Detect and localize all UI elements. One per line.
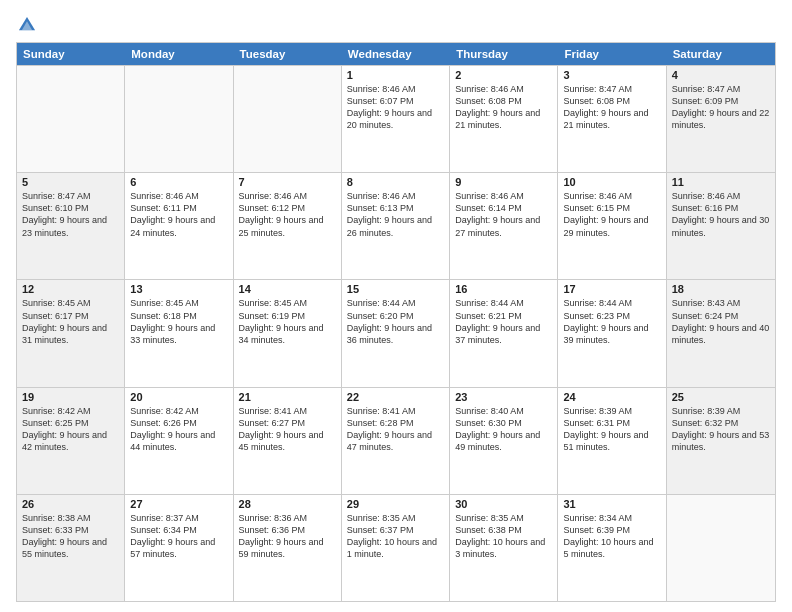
calendar-cell-27: 27Sunrise: 8:37 AM Sunset: 6:34 PM Dayli… [125,495,233,601]
day-number: 18 [672,283,770,295]
calendar-row-5: 26Sunrise: 8:38 AM Sunset: 6:33 PM Dayli… [17,494,775,601]
calendar-cell-31: 31Sunrise: 8:34 AM Sunset: 6:39 PM Dayli… [558,495,666,601]
cell-info: Sunrise: 8:41 AM Sunset: 6:27 PM Dayligh… [239,405,336,454]
calendar-cell-13: 13Sunrise: 8:45 AM Sunset: 6:18 PM Dayli… [125,280,233,386]
header-day-tuesday: Tuesday [234,43,342,65]
calendar-cell-21: 21Sunrise: 8:41 AM Sunset: 6:27 PM Dayli… [234,388,342,494]
cell-info: Sunrise: 8:47 AM Sunset: 6:09 PM Dayligh… [672,83,770,132]
day-number: 17 [563,283,660,295]
calendar-cell-4: 4Sunrise: 8:47 AM Sunset: 6:09 PM Daylig… [667,66,775,172]
cell-info: Sunrise: 8:44 AM Sunset: 6:21 PM Dayligh… [455,297,552,346]
cell-info: Sunrise: 8:37 AM Sunset: 6:34 PM Dayligh… [130,512,227,561]
calendar-row-1: 1Sunrise: 8:46 AM Sunset: 6:07 PM Daylig… [17,65,775,172]
calendar-body: 1Sunrise: 8:46 AM Sunset: 6:07 PM Daylig… [17,65,775,601]
cell-info: Sunrise: 8:39 AM Sunset: 6:32 PM Dayligh… [672,405,770,454]
cell-info: Sunrise: 8:46 AM Sunset: 6:12 PM Dayligh… [239,190,336,239]
calendar-cell-8: 8Sunrise: 8:46 AM Sunset: 6:13 PM Daylig… [342,173,450,279]
day-number: 14 [239,283,336,295]
calendar-cell-30: 30Sunrise: 8:35 AM Sunset: 6:38 PM Dayli… [450,495,558,601]
day-number: 2 [455,69,552,81]
cell-info: Sunrise: 8:42 AM Sunset: 6:26 PM Dayligh… [130,405,227,454]
calendar-cell-7: 7Sunrise: 8:46 AM Sunset: 6:12 PM Daylig… [234,173,342,279]
cell-info: Sunrise: 8:45 AM Sunset: 6:19 PM Dayligh… [239,297,336,346]
calendar-row-3: 12Sunrise: 8:45 AM Sunset: 6:17 PM Dayli… [17,279,775,386]
day-number: 15 [347,283,444,295]
cell-info: Sunrise: 8:41 AM Sunset: 6:28 PM Dayligh… [347,405,444,454]
calendar-cell-3: 3Sunrise: 8:47 AM Sunset: 6:08 PM Daylig… [558,66,666,172]
cell-info: Sunrise: 8:43 AM Sunset: 6:24 PM Dayligh… [672,297,770,346]
day-number: 31 [563,498,660,510]
calendar-cell-10: 10Sunrise: 8:46 AM Sunset: 6:15 PM Dayli… [558,173,666,279]
calendar-cell-6: 6Sunrise: 8:46 AM Sunset: 6:11 PM Daylig… [125,173,233,279]
cell-info: Sunrise: 8:42 AM Sunset: 6:25 PM Dayligh… [22,405,119,454]
day-number: 5 [22,176,119,188]
day-number: 16 [455,283,552,295]
calendar-cell-2: 2Sunrise: 8:46 AM Sunset: 6:08 PM Daylig… [450,66,558,172]
cell-info: Sunrise: 8:39 AM Sunset: 6:31 PM Dayligh… [563,405,660,454]
calendar-cell-19: 19Sunrise: 8:42 AM Sunset: 6:25 PM Dayli… [17,388,125,494]
day-number: 11 [672,176,770,188]
header [16,14,776,36]
calendar-cell-1: 1Sunrise: 8:46 AM Sunset: 6:07 PM Daylig… [342,66,450,172]
cell-info: Sunrise: 8:34 AM Sunset: 6:39 PM Dayligh… [563,512,660,561]
day-number: 8 [347,176,444,188]
day-number: 12 [22,283,119,295]
day-number: 28 [239,498,336,510]
calendar-cell-17: 17Sunrise: 8:44 AM Sunset: 6:23 PM Dayli… [558,280,666,386]
day-number: 26 [22,498,119,510]
cell-info: Sunrise: 8:47 AM Sunset: 6:08 PM Dayligh… [563,83,660,132]
header-day-monday: Monday [125,43,233,65]
day-number: 3 [563,69,660,81]
calendar-cell-25: 25Sunrise: 8:39 AM Sunset: 6:32 PM Dayli… [667,388,775,494]
header-day-saturday: Saturday [667,43,775,65]
day-number: 19 [22,391,119,403]
calendar: SundayMondayTuesdayWednesdayThursdayFrid… [16,42,776,602]
calendar-cell-16: 16Sunrise: 8:44 AM Sunset: 6:21 PM Dayli… [450,280,558,386]
calendar-cell-empty-0-1 [125,66,233,172]
cell-info: Sunrise: 8:46 AM Sunset: 6:07 PM Dayligh… [347,83,444,132]
day-number: 25 [672,391,770,403]
cell-info: Sunrise: 8:46 AM Sunset: 6:13 PM Dayligh… [347,190,444,239]
cell-info: Sunrise: 8:35 AM Sunset: 6:38 PM Dayligh… [455,512,552,561]
cell-info: Sunrise: 8:44 AM Sunset: 6:20 PM Dayligh… [347,297,444,346]
header-day-wednesday: Wednesday [342,43,450,65]
page: SundayMondayTuesdayWednesdayThursdayFrid… [0,0,792,612]
cell-info: Sunrise: 8:46 AM Sunset: 6:08 PM Dayligh… [455,83,552,132]
day-number: 27 [130,498,227,510]
logo-icon [16,14,38,36]
cell-info: Sunrise: 8:45 AM Sunset: 6:17 PM Dayligh… [22,297,119,346]
header-day-sunday: Sunday [17,43,125,65]
cell-info: Sunrise: 8:46 AM Sunset: 6:14 PM Dayligh… [455,190,552,239]
calendar-cell-empty-0-0 [17,66,125,172]
day-number: 9 [455,176,552,188]
day-number: 23 [455,391,552,403]
day-number: 10 [563,176,660,188]
day-number: 20 [130,391,227,403]
calendar-cell-20: 20Sunrise: 8:42 AM Sunset: 6:26 PM Dayli… [125,388,233,494]
day-number: 1 [347,69,444,81]
header-day-friday: Friday [558,43,666,65]
cell-info: Sunrise: 8:36 AM Sunset: 6:36 PM Dayligh… [239,512,336,561]
cell-info: Sunrise: 8:45 AM Sunset: 6:18 PM Dayligh… [130,297,227,346]
calendar-row-2: 5Sunrise: 8:47 AM Sunset: 6:10 PM Daylig… [17,172,775,279]
day-number: 13 [130,283,227,295]
calendar-cell-9: 9Sunrise: 8:46 AM Sunset: 6:14 PM Daylig… [450,173,558,279]
calendar-cell-12: 12Sunrise: 8:45 AM Sunset: 6:17 PM Dayli… [17,280,125,386]
day-number: 6 [130,176,227,188]
calendar-cell-18: 18Sunrise: 8:43 AM Sunset: 6:24 PM Dayli… [667,280,775,386]
day-number: 24 [563,391,660,403]
calendar-cell-23: 23Sunrise: 8:40 AM Sunset: 6:30 PM Dayli… [450,388,558,494]
calendar-cell-empty-4-6 [667,495,775,601]
calendar-header: SundayMondayTuesdayWednesdayThursdayFrid… [17,43,775,65]
cell-info: Sunrise: 8:47 AM Sunset: 6:10 PM Dayligh… [22,190,119,239]
calendar-cell-28: 28Sunrise: 8:36 AM Sunset: 6:36 PM Dayli… [234,495,342,601]
logo [16,14,40,36]
calendar-cell-24: 24Sunrise: 8:39 AM Sunset: 6:31 PM Dayli… [558,388,666,494]
calendar-cell-empty-0-2 [234,66,342,172]
day-number: 21 [239,391,336,403]
day-number: 7 [239,176,336,188]
calendar-cell-11: 11Sunrise: 8:46 AM Sunset: 6:16 PM Dayli… [667,173,775,279]
calendar-cell-29: 29Sunrise: 8:35 AM Sunset: 6:37 PM Dayli… [342,495,450,601]
cell-info: Sunrise: 8:38 AM Sunset: 6:33 PM Dayligh… [22,512,119,561]
cell-info: Sunrise: 8:46 AM Sunset: 6:16 PM Dayligh… [672,190,770,239]
